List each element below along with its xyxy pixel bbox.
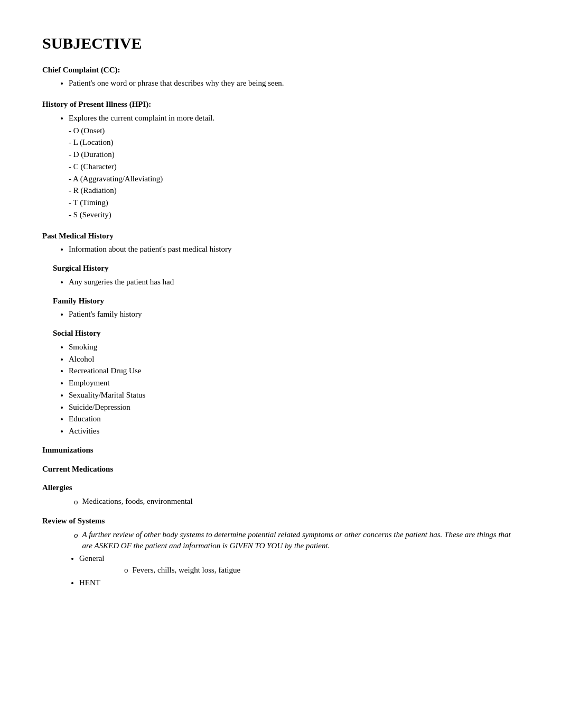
section-immunizations: Immunizations: [42, 445, 519, 456]
immunizations-heading: Immunizations: [42, 445, 519, 456]
social-heading: Social History: [53, 328, 519, 339]
list-item: Medications, foods, environmental: [74, 496, 519, 508]
ros-general-item: General Fevers, chills, weight loss, fat…: [79, 553, 519, 576]
surgical-list: Any surgeries the patient has had: [69, 277, 519, 288]
section-allergies: Allergies Medications, foods, environmen…: [42, 482, 519, 508]
list-item: Recreational Drug Use: [69, 365, 519, 377]
list-item: Explores the current complaint in more d…: [69, 113, 519, 124]
ros-heading: Review of Systems: [42, 515, 519, 527]
current-medications-heading: Current Medications: [42, 464, 519, 475]
list-item: Alcohol: [69, 354, 519, 365]
social-list: Smoking Alcohol Recreational Drug Use Em…: [69, 342, 519, 437]
section-family-history: Family History Patient's family history: [42, 296, 519, 321]
section-surgical-history: Surgical History Any surgeries the patie…: [42, 263, 519, 288]
section-cc: Chief Complaint (CC): Patient's one word…: [42, 64, 519, 90]
list-item: Patient's family history: [69, 309, 519, 320]
cc-heading: Chief Complaint (CC):: [42, 64, 519, 76]
section-current-medications: Current Medications: [42, 464, 519, 475]
page-title: SUBJECTIVE: [42, 32, 519, 55]
hpi-bullet-list: Explores the current complaint in more d…: [69, 113, 519, 124]
allergies-heading: Allergies: [42, 482, 519, 494]
ros-general-circles: Fevers, chills, weight loss, fatigue: [124, 565, 519, 576]
ros-sub-list: General Fevers, chills, weight loss, fat…: [79, 553, 519, 588]
family-heading: Family History: [53, 296, 519, 307]
list-item: R (Radiation): [69, 185, 519, 197]
list-item: Sexuality/Marital Status: [69, 390, 519, 401]
section-hpi: History of Present Illness (HPI): Explor…: [42, 99, 519, 221]
list-item: T (Timing): [69, 197, 519, 209]
pmh-heading: Past Medical History: [42, 231, 519, 242]
surgical-heading: Surgical History: [53, 263, 519, 274]
hpi-heading: History of Present Illness (HPI):: [42, 99, 519, 110]
list-item: Activities: [69, 426, 519, 437]
list-item: Employment: [69, 377, 519, 389]
cc-list: Patient's one word or phrase that descri…: [69, 78, 519, 89]
family-list: Patient's family history: [69, 309, 519, 320]
section-pmh: Past Medical History Information about t…: [42, 231, 519, 256]
ros-hent-item: HENT: [79, 577, 519, 589]
list-item: Smoking: [69, 342, 519, 353]
allergies-list: Medications, foods, environmental: [74, 496, 519, 508]
pmh-list: Information about the patient's past med…: [69, 244, 519, 255]
list-item: A (Aggravating/Alleviating): [69, 173, 519, 185]
ros-intro-item: A further review of other body systems t…: [74, 529, 519, 552]
section-review-of-systems: Review of Systems A further review of ot…: [42, 515, 519, 589]
list-item: Patient's one word or phrase that descri…: [69, 78, 519, 89]
list-item: Education: [69, 413, 519, 425]
hpi-dash-list: O (Onset) L (Location) D (Duration) C (C…: [69, 125, 519, 221]
section-social-history: Social History Smoking Alcohol Recreatio…: [42, 328, 519, 437]
list-item: Suicide/Depression: [69, 402, 519, 413]
list-item: S (Severity): [69, 209, 519, 221]
list-item: C (Character): [69, 161, 519, 173]
list-item: Fevers, chills, weight loss, fatigue: [124, 565, 519, 576]
list-item: D (Duration): [69, 149, 519, 161]
list-item: L (Location): [69, 137, 519, 149]
list-item: Any surgeries the patient has had: [69, 277, 519, 288]
list-item: O (Onset): [69, 125, 519, 137]
ros-intro-list: A further review of other body systems t…: [74, 529, 519, 552]
list-item: Information about the patient's past med…: [69, 244, 519, 255]
